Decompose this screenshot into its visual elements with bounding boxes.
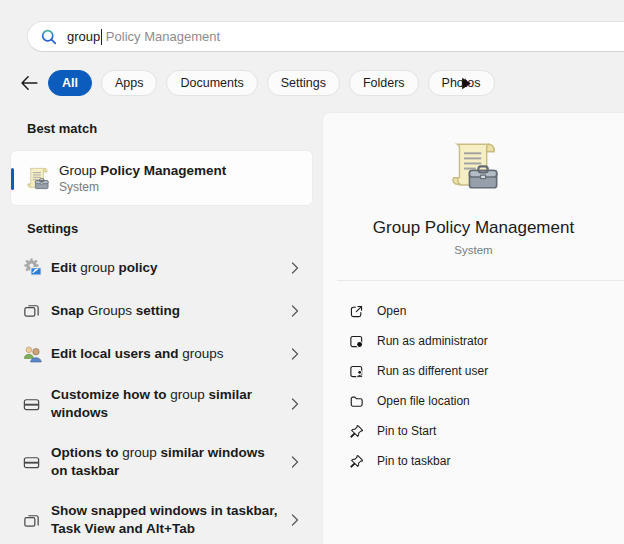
- open-file-location-icon: [349, 394, 364, 409]
- run-as-different-user-icon: [349, 364, 364, 379]
- action-label: Open: [377, 304, 406, 318]
- best-match-item[interactable]: Group Policy Management System: [10, 150, 313, 206]
- chevron-right-icon: [291, 305, 299, 317]
- divider: [337, 280, 624, 281]
- selection-accent-bar: [11, 168, 14, 190]
- settings-result-item[interactable]: Show snapped windows in taskbar, Task Vi…: [10, 491, 313, 544]
- action-open[interactable]: Open: [323, 296, 624, 326]
- preview-panel: Group Policy Management System OpenRun a…: [322, 112, 624, 544]
- filter-tab-settings[interactable]: Settings: [267, 70, 340, 96]
- best-match-subtitle: System: [59, 180, 226, 194]
- title-segment-match: Group: [59, 163, 100, 178]
- chevron-right-icon: [291, 348, 299, 360]
- preview-subtitle: System: [323, 244, 624, 256]
- settings-result-label: Customize how to group similar windows: [51, 386, 279, 422]
- action-label: Run as different user: [377, 364, 488, 378]
- settings-result-label: Snap Groups setting: [51, 302, 180, 320]
- search-typed-text: group: [67, 29, 100, 44]
- action-pin-to-start[interactable]: Pin to Start: [323, 416, 624, 446]
- chevron-right-icon: [291, 262, 299, 274]
- filter-tab-folders[interactable]: Folders: [349, 70, 419, 96]
- settings-header: Settings: [27, 221, 78, 236]
- title-segment-bold: policy: [115, 260, 158, 275]
- pin-icon: [349, 454, 364, 469]
- chevron-right-icon: [291, 456, 299, 468]
- action-run-as-administrator[interactable]: Run as administrator: [323, 326, 624, 356]
- best-match-header: Best match: [27, 121, 97, 136]
- gpmc-icon: [445, 137, 503, 195]
- settings-result-label: Show snapped windows in taskbar, Task Vi…: [51, 502, 279, 538]
- taskbar-group-icon: [22, 394, 43, 415]
- title-segment-bold: Customize how to: [51, 387, 170, 402]
- taskbar-group-icon: [22, 452, 43, 473]
- action-run-as-different-user[interactable]: Run as different user: [323, 356, 624, 386]
- filter-tabs: AllAppsDocumentsSettingsFoldersPhotos: [48, 70, 495, 96]
- settings-result-item[interactable]: Options to group similar windows on task…: [10, 433, 313, 491]
- title-segment-bold: Show snapped windows in taskbar, Task Vi…: [51, 503, 278, 536]
- chevron-right-icon: [291, 514, 299, 526]
- title-segment-bold: setting: [132, 303, 180, 318]
- title-segment-match: group: [122, 445, 157, 460]
- title-segment-bold: Policy Management: [100, 163, 226, 178]
- back-button[interactable]: [20, 74, 38, 92]
- snap-windows-icon: [22, 300, 43, 321]
- group-policy-gear-icon: [22, 257, 43, 278]
- preview-title: Group Policy Management: [323, 218, 624, 238]
- title-segment-match: Groups: [88, 303, 132, 318]
- action-label: Pin to Start: [377, 424, 436, 438]
- settings-result-item[interactable]: Snap Groups setting: [10, 289, 313, 332]
- title-segment-match: groups: [182, 346, 223, 361]
- title-segment-bold: Edit: [51, 260, 80, 275]
- search-suggestion-text: Policy Management: [102, 29, 220, 44]
- preview-actions-list: OpenRun as administratorRun as different…: [323, 296, 624, 476]
- open-icon: [349, 304, 364, 319]
- more-filters-button[interactable]: [461, 77, 472, 90]
- settings-result-item[interactable]: Edit local users and groups: [10, 332, 313, 375]
- settings-result-label: Options to group similar windows on task…: [51, 444, 279, 480]
- title-segment-match: group: [80, 260, 115, 275]
- action-label: Open file location: [377, 394, 470, 408]
- settings-results-list: Edit group policySnap Groups settingEdit…: [10, 246, 313, 544]
- search-icon: [40, 28, 58, 46]
- gpmc-icon: [24, 165, 51, 192]
- filter-tab-all[interactable]: All: [48, 70, 92, 96]
- settings-result-label: Edit local users and groups: [51, 345, 224, 363]
- title-segment-bold: Snap: [51, 303, 88, 318]
- action-open-file-location[interactable]: Open file location: [323, 386, 624, 416]
- local-users-icon: [22, 343, 43, 364]
- settings-result-item[interactable]: Customize how to group similar windows: [10, 375, 313, 433]
- pin-icon: [349, 424, 364, 439]
- settings-result-label: Edit group policy: [51, 259, 158, 277]
- snap-windows-icon: [22, 510, 43, 531]
- action-label: Pin to taskbar: [377, 454, 450, 468]
- filter-tab-documents[interactable]: Documents: [166, 70, 257, 96]
- filter-tab-apps[interactable]: Apps: [101, 70, 158, 96]
- chevron-right-icon: [291, 398, 299, 410]
- search-input[interactable]: group Policy Management: [67, 29, 220, 45]
- best-match-title: Group Policy Management: [59, 163, 226, 178]
- title-segment-bold: Edit local users and: [51, 346, 182, 361]
- action-pin-to-taskbar[interactable]: Pin to taskbar: [323, 446, 624, 476]
- title-segment-bold: Options to: [51, 445, 122, 460]
- settings-result-item[interactable]: Edit group policy: [10, 246, 313, 289]
- action-label: Run as administrator: [377, 334, 488, 348]
- title-segment-match: group: [170, 387, 205, 402]
- search-bar[interactable]: group Policy Management: [27, 21, 624, 52]
- run-as-admin-icon: [349, 334, 364, 349]
